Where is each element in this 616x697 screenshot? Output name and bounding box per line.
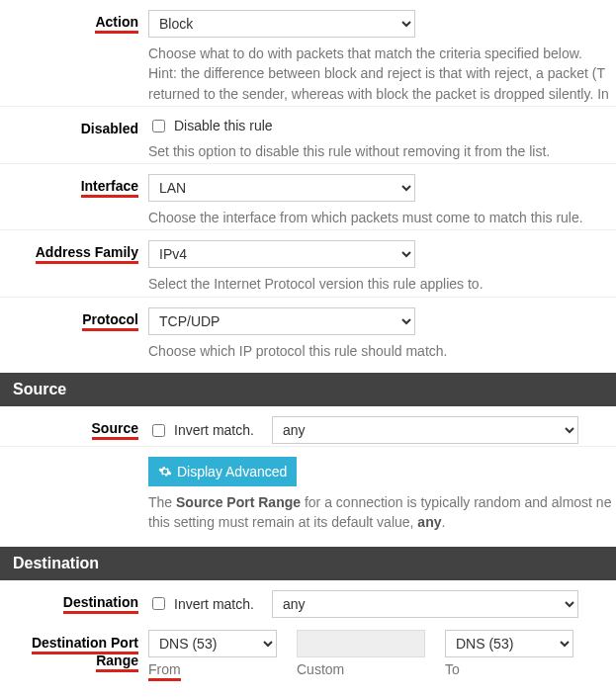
label-interface: Interface xyxy=(0,174,148,194)
help-source-adv: The Source Port Range for a connection i… xyxy=(148,492,616,533)
label-destination-port: Destination Port Range xyxy=(0,630,148,669)
dport-from-select[interactable]: DNS (53) xyxy=(148,630,277,657)
destination-invert-checkbox[interactable] xyxy=(152,597,165,610)
protocol-select[interactable]: TCP/UDP xyxy=(148,307,415,335)
display-advanced-label: Display Advanced xyxy=(177,464,287,479)
dport-from-sub: From xyxy=(148,661,181,681)
row-protocol: Protocol TCP/UDP Choose which IP protoco… xyxy=(0,298,616,373)
row-interface: Interface LAN Choose the interface from … xyxy=(0,164,616,230)
row-destination-port: Destination Port Range DNS (53) From Cus… xyxy=(0,620,616,683)
help-interface: Choose the interface from which packets … xyxy=(148,208,616,227)
label-addrfamily: Address Family xyxy=(0,240,148,260)
help-addrfamily: Select the Internet Protocol version thi… xyxy=(148,274,616,294)
row-source: Source Invert match. any xyxy=(0,406,616,447)
help-protocol: Choose which IP protocol this rule shoul… xyxy=(148,341,616,361)
section-source: Source xyxy=(0,373,616,406)
row-disabled: Disabled Disable this rule Set this opti… xyxy=(0,107,616,164)
dport-custom-input xyxy=(297,630,425,657)
dport-to-sub: To xyxy=(445,661,573,677)
destination-type-select[interactable]: any xyxy=(272,590,578,618)
label-disabled: Disabled xyxy=(0,117,148,136)
label-destination: Destination xyxy=(0,590,148,610)
disabled-checkbox-text: Disable this rule xyxy=(174,118,273,133)
label-source: Source xyxy=(0,416,148,436)
section-destination: Destination xyxy=(0,547,616,580)
row-action: Action Block Choose what to do with pack… xyxy=(0,0,616,107)
row-addrfamily: Address Family IPv4 Select the Internet … xyxy=(0,230,616,297)
action-select[interactable]: Block xyxy=(148,10,415,38)
addrfamily-select[interactable]: IPv4 xyxy=(148,240,415,268)
source-invert-text: Invert match. xyxy=(174,422,254,438)
display-advanced-button[interactable]: Display Advanced xyxy=(148,457,297,486)
source-invert-checkbox[interactable] xyxy=(152,424,165,437)
help-disabled: Set this option to disable this rule wit… xyxy=(148,141,616,161)
interface-select[interactable]: LAN xyxy=(148,174,415,202)
dport-custom-sub: Custom xyxy=(297,661,425,677)
source-type-select[interactable]: any xyxy=(272,416,578,444)
label-action: Action xyxy=(0,10,148,30)
disabled-checkbox[interactable] xyxy=(152,120,165,132)
dport-to-select[interactable]: DNS (53) xyxy=(445,630,573,657)
destination-invert-label[interactable]: Invert match. xyxy=(148,594,254,613)
row-destination: Destination Invert match. any xyxy=(0,580,616,620)
help-action: Choose what to do with packets that matc… xyxy=(148,44,616,104)
row-source-adv: Display Advanced The Source Port Range f… xyxy=(0,447,616,547)
source-invert-label[interactable]: Invert match. xyxy=(148,421,254,440)
destination-invert-text: Invert match. xyxy=(174,596,254,612)
label-protocol: Protocol xyxy=(0,307,148,327)
gear-icon xyxy=(158,465,172,479)
disabled-checkbox-label[interactable]: Disable this rule xyxy=(148,117,273,135)
